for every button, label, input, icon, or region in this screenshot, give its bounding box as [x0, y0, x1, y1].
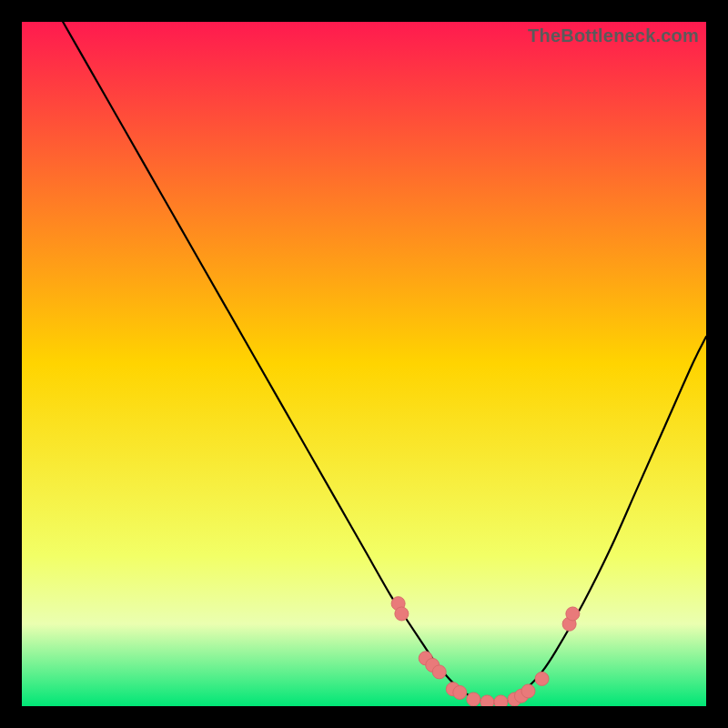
gradient-background: [22, 22, 706, 706]
attribution-text: TheBottleneck.com: [528, 25, 699, 46]
data-marker: [395, 607, 409, 621]
data-marker: [521, 684, 535, 698]
chart-frame: TheBottleneck.com: [22, 22, 706, 706]
data-marker: [535, 672, 549, 685]
data-marker: [566, 607, 580, 621]
data-marker: [432, 665, 446, 679]
data-marker: [467, 693, 480, 706]
data-marker: [494, 695, 508, 706]
data-marker: [453, 685, 467, 699]
data-marker: [480, 695, 494, 706]
bottleneck-plot: [22, 22, 706, 706]
